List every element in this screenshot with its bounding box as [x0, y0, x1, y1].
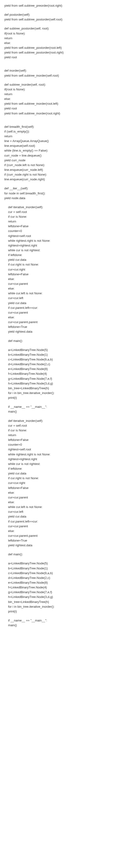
code-line: return	[4, 36, 116, 41]
code-line: d=LinkedBinaryTree.Node(2,c)	[4, 362, 116, 367]
code-line: bin_tree=LinkedBinaryTree(h)	[4, 599, 116, 604]
code-line: yield from self.subtree_postorder(self.r…	[4, 17, 116, 22]
code-line: yield from self.subtree_inorder(self.roo…	[4, 73, 116, 78]
blank-line	[4, 200, 116, 205]
code-line: counter=0	[4, 229, 116, 234]
code-line: yield from self.subtree_inorder(root.lef…	[4, 101, 116, 106]
code-line: rightest=rightest.right	[4, 243, 116, 248]
blank-line	[4, 557, 116, 561]
code-line: if cur.parent.left==cur:	[4, 519, 116, 524]
code-line: else:	[4, 97, 116, 101]
code-line: if(root is None):	[4, 87, 116, 92]
code-line: def main():	[4, 552, 116, 557]
code-line: d=LinkedBinaryTree.Node(2,c)	[4, 576, 116, 580]
code-line: h=LinkedBinaryTree.Node(3,d,g)	[4, 595, 116, 599]
code-line: yield node.data	[4, 196, 116, 200]
code-line: else:	[4, 277, 116, 281]
code-line: h=LinkedBinaryTree.Node(3,d,g)	[4, 381, 116, 386]
code-line: if(root is None):	[4, 31, 116, 36]
code-line: b=LinkedBinaryTree.Node(1)	[4, 352, 116, 357]
code-line: def inorder(self):	[4, 68, 116, 73]
code-line: else:	[4, 490, 116, 495]
code-line: cur = self.root	[4, 210, 116, 214]
code-line: if (self.is_empty()):	[4, 129, 116, 134]
code-line: counter=0	[4, 442, 116, 447]
code-line: e=LinkedBinaryTree.Node(8)	[4, 367, 116, 371]
code-line: if leftdone:	[4, 466, 116, 471]
code-line: cur=cur.parent	[4, 495, 116, 500]
code-line: e=LinkedBinaryTree.Node(8)	[4, 580, 116, 585]
blank-line	[4, 22, 116, 26]
code-line: line.enqueue(self.root)	[4, 144, 116, 148]
code-line: a=LinkedBinaryTree.Node(5)	[4, 561, 116, 566]
code-line: if (curr_node.left is not None):	[4, 163, 116, 167]
blank-line	[4, 400, 116, 404]
code-line: yield rightest.data	[4, 543, 116, 548]
code-line: cur = self.root	[4, 423, 116, 428]
code-line: return	[4, 134, 116, 139]
code-line: else:	[4, 41, 116, 45]
code-line: for i in bin_tree.iterative_inorder():	[4, 604, 116, 609]
code-line: if cur.parent.left==cur:	[4, 306, 116, 310]
code-line: if cur is None:	[4, 214, 116, 219]
code-line: else:	[4, 315, 116, 320]
blank-line	[4, 614, 116, 618]
blank-line	[4, 334, 116, 339]
code-line: yield cur.data	[4, 257, 116, 262]
code-line: return	[4, 433, 116, 438]
code-line: def subtree_postorder(self, root):	[4, 26, 116, 31]
code-document: yield from self.subtree_preorder(root.ri…	[4, 3, 116, 628]
code-line: yield from self.subtree_preorder(root.ri…	[4, 3, 116, 8]
code-line: curr_node = line.dequeue()	[4, 153, 116, 158]
code-line: line = ArrayQueue.ArrayQueue()	[4, 139, 116, 144]
code-line: yield root	[4, 55, 116, 60]
code-line: while rightest.right is not None:	[4, 239, 116, 243]
blank-line	[4, 116, 116, 120]
code-line: yield curr_node	[4, 158, 116, 163]
code-line: rightest=rightest.right	[4, 457, 116, 462]
code-line: leftdone=False	[4, 272, 116, 277]
code-line: rightest=self.root	[4, 234, 116, 239]
blank-line	[4, 8, 116, 12]
code-line: g=LinkedBinaryTree.Node(7,e,f)	[4, 376, 116, 381]
code-line: else:	[4, 286, 116, 291]
blank-line	[4, 414, 116, 418]
code-line: cur=cur.parent	[4, 310, 116, 315]
code-line: return	[4, 92, 116, 97]
code-line: return	[4, 219, 116, 224]
code-line: if cur.right is not None:	[4, 476, 116, 480]
code-line: if leftdone:	[4, 253, 116, 257]
code-line: c=LinkedBinaryTree.Node(9,a,b)	[4, 357, 116, 362]
code-line: cur=cur.left	[4, 296, 116, 301]
code-line: yield from self.subtree_postorder(root.r…	[4, 50, 116, 55]
code-line: else:	[4, 529, 116, 533]
code-line: def iterative_inorder(self):	[4, 418, 116, 423]
blank-line	[4, 343, 116, 348]
code-line: while (line.is_empty() == False):	[4, 148, 116, 153]
code-line: print(i)	[4, 396, 116, 400]
code-line: while cur.left is not None:	[4, 291, 116, 296]
code-line: yield root	[4, 106, 116, 111]
code-line: if (curr_node.right is not None):	[4, 172, 116, 177]
code-line: g=LinkedBinaryTree.Node(7,e,f)	[4, 590, 116, 595]
code-line: while cur is not rightest:	[4, 462, 116, 466]
code-line: yield rightest.data	[4, 329, 116, 334]
code-line: def iterative_inorder(self):	[4, 205, 116, 210]
blank-line	[4, 60, 116, 64]
code-line: b=LinkedBinaryTree.Node(1)	[4, 566, 116, 571]
code-line: def __iter__(self):	[4, 186, 116, 191]
code-line: main()	[4, 409, 116, 414]
blank-line	[4, 78, 116, 82]
code-line: while cur.left is not None:	[4, 505, 116, 509]
code-line: cur=cur.right	[4, 267, 116, 272]
blank-line	[4, 182, 116, 186]
code-line: yield from self.subtree_postorder(root.l…	[4, 45, 116, 50]
code-line: cur=cur.parent	[4, 281, 116, 286]
code-line: else:	[4, 500, 116, 505]
blank-line	[4, 548, 116, 552]
code-line: leftdone=True	[4, 324, 116, 329]
code-line: leftdone=True	[4, 538, 116, 543]
code-line: while rightest.right is not None:	[4, 452, 116, 457]
code-line: cur=cur.parent.parent	[4, 320, 116, 324]
code-line: def subtree_inorder(self, root):	[4, 82, 116, 87]
